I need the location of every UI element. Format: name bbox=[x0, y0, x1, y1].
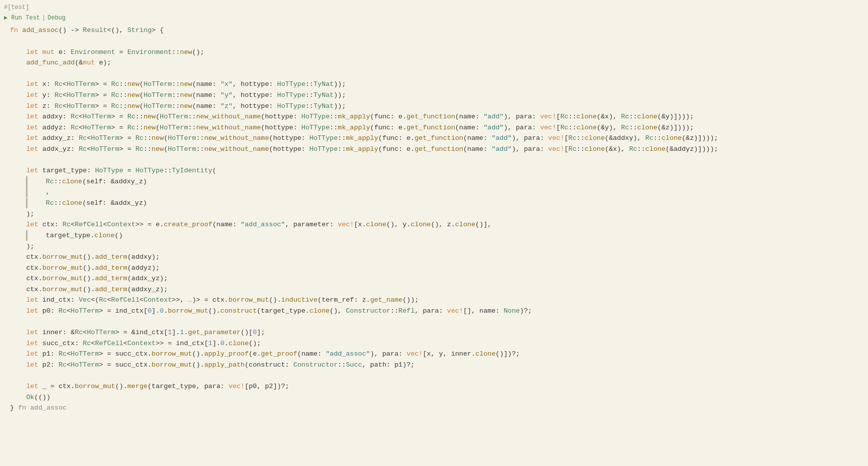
code-line: let x: Rc<HoTTerm> = Rc::new(HoTTerm::ne… bbox=[10, 79, 860, 90]
debug-button[interactable]: Debug bbox=[47, 13, 65, 23]
test-attribute: #[test] bbox=[4, 3, 29, 12]
run-test-button[interactable]: ▶ Run Test bbox=[4, 13, 40, 23]
line-text: let p0: Rc<HoTTerm> = ind_ctx[0].0.borro… bbox=[10, 306, 860, 317]
code-line: add_func_add(&mut e); bbox=[10, 57, 860, 68]
code-line: let addxy: Rc<HoTTerm> = Rc::new(HoTTerm… bbox=[10, 111, 860, 122]
code-area: fn add_assoc() -> Result<(), String> { l… bbox=[0, 24, 868, 422]
line-text: let x: Rc<HoTTerm> = Rc::new(HoTTerm::ne… bbox=[10, 79, 860, 90]
code-line: ctx.borrow_mut().add_term(addxy_z); bbox=[10, 284, 860, 295]
line-text bbox=[10, 68, 860, 79]
line-text: let mut e: Environment = Environment::ne… bbox=[10, 47, 860, 58]
line-text: let _ = ctx.borrow_mut().merge(target_ty… bbox=[10, 381, 860, 392]
code-line bbox=[10, 155, 860, 166]
line-text: let p2: Rc<HoTTerm> = succ_ctx.borrow_mu… bbox=[10, 360, 860, 371]
line-text: fn add_assoc() -> Result<(), String> { bbox=[10, 25, 860, 36]
line-text: let target_type: HoTType = HoTType::TyId… bbox=[10, 165, 860, 176]
code-line bbox=[10, 317, 860, 328]
code-line: ctx.borrow_mut().add_term(addxy); bbox=[10, 252, 860, 263]
code-line: ); bbox=[10, 209, 860, 220]
code-line bbox=[10, 371, 860, 382]
code-line: let y: Rc<HoTTerm> = Rc::new(HoTTerm::ne… bbox=[10, 90, 860, 101]
code-line bbox=[10, 36, 860, 47]
code-line: let mut e: Environment = Environment::ne… bbox=[10, 47, 860, 58]
line-text: let addxy_z: Rc<HoTTerm> = Rc::new(HoTTe… bbox=[10, 133, 860, 144]
code-line: Rc::clone(self: &addx_yz) bbox=[10, 198, 860, 209]
line-text: ); bbox=[10, 209, 860, 220]
line-text bbox=[10, 371, 860, 382]
line-text bbox=[10, 36, 860, 47]
toolbar-separator: | bbox=[42, 13, 45, 23]
code-line: ctx.borrow_mut().add_term(addyz); bbox=[10, 263, 860, 274]
line-text bbox=[10, 155, 860, 166]
editor-container: #[test] ▶ Run Test | Debug fn add_assoc(… bbox=[0, 0, 868, 466]
line-text: } fn add_assoc bbox=[10, 403, 860, 414]
line-text: ctx.borrow_mut().add_term(addyz); bbox=[10, 263, 860, 274]
code-line: let p2: Rc<HoTTerm> = succ_ctx.borrow_mu… bbox=[10, 360, 860, 371]
line-text: let ctx: Rc<RefCell<Context>> = e.create… bbox=[10, 219, 860, 230]
code-line: let ctx: Rc<RefCell<Context>> = e.create… bbox=[10, 219, 860, 230]
run-debug-bar: ▶ Run Test | Debug bbox=[0, 13, 868, 24]
line-text: Rc::clone(self: &addx_yz) bbox=[10, 198, 860, 209]
code-line: Rc::clone(self: &addxy_z) bbox=[10, 176, 860, 187]
code-line bbox=[10, 68, 860, 79]
code-line: ); bbox=[10, 241, 860, 252]
code-line: let p1: Rc<HoTTerm> = succ_ctx.borrow_mu… bbox=[10, 349, 860, 360]
line-text: let addyz: Rc<HoTTerm> = Rc::new(HoTTerm… bbox=[10, 122, 860, 133]
code-line: let _ = ctx.borrow_mut().merge(target_ty… bbox=[10, 381, 860, 392]
line-text: Ok(()) bbox=[10, 392, 860, 403]
line-text: , bbox=[10, 187, 860, 198]
line-text: Rc::clone(self: &addxy_z) bbox=[10, 176, 860, 187]
code-line: let target_type: HoTType = HoTType::TyId… bbox=[10, 165, 860, 176]
code-line: let succ_ctx: Rc<RefCell<Context>> = ind… bbox=[10, 338, 860, 349]
code-line: fn add_assoc() -> Result<(), String> { bbox=[10, 25, 860, 36]
line-text: ctx.borrow_mut().add_term(addx_yz); bbox=[10, 273, 860, 284]
line-text: target_type.clone() bbox=[10, 230, 860, 241]
line-text: ctx.borrow_mut().add_term(addxy); bbox=[10, 252, 860, 263]
toolbar: #[test] bbox=[0, 2, 868, 13]
code-line: } fn add_assoc bbox=[10, 403, 860, 414]
line-text: let addxy: Rc<HoTTerm> = Rc::new(HoTTerm… bbox=[10, 111, 860, 122]
line-text: ctx.borrow_mut().add_term(addxy_z); bbox=[10, 284, 860, 295]
code-line: target_type.clone() bbox=[10, 230, 860, 241]
line-text: let ind_ctx: Vec<(Rc<RefCell<Context>>, … bbox=[10, 295, 860, 306]
code-line: , bbox=[10, 187, 860, 198]
code-line: let addxy_z: Rc<HoTTerm> = Rc::new(HoTTe… bbox=[10, 133, 860, 144]
line-text: let inner: &Rc<HoTTerm> = &ind_ctx[1].1.… bbox=[10, 327, 860, 338]
line-text: let addx_yz: Rc<HoTTerm> = Rc::new(HoTTe… bbox=[10, 144, 860, 155]
line-text bbox=[10, 317, 860, 328]
code-line: let addyz: Rc<HoTTerm> = Rc::new(HoTTerm… bbox=[10, 122, 860, 133]
code-line: let ind_ctx: Vec<(Rc<RefCell<Context>>, … bbox=[10, 295, 860, 306]
line-text: let p1: Rc<HoTTerm> = succ_ctx.borrow_mu… bbox=[10, 349, 860, 360]
code-line: let addx_yz: Rc<HoTTerm> = Rc::new(HoTTe… bbox=[10, 144, 860, 155]
line-text: let z: Rc<HoTTerm> = Rc::new(HoTTerm::ne… bbox=[10, 101, 860, 112]
code-line: let z: Rc<HoTTerm> = Rc::new(HoTTerm::ne… bbox=[10, 101, 860, 112]
line-text: let succ_ctx: Rc<RefCell<Context>> = ind… bbox=[10, 338, 860, 349]
code-line: let inner: &Rc<HoTTerm> = &ind_ctx[1].1.… bbox=[10, 327, 860, 338]
line-text: add_func_add(&mut e); bbox=[10, 57, 860, 68]
code-line: ctx.borrow_mut().add_term(addx_yz); bbox=[10, 273, 860, 284]
code-line: Ok(()) bbox=[10, 392, 860, 403]
line-text: ); bbox=[10, 241, 860, 252]
line-text: let y: Rc<HoTTerm> = Rc::new(HoTTerm::ne… bbox=[10, 90, 860, 101]
code-line: let p0: Rc<HoTTerm> = ind_ctx[0].0.borro… bbox=[10, 306, 860, 317]
